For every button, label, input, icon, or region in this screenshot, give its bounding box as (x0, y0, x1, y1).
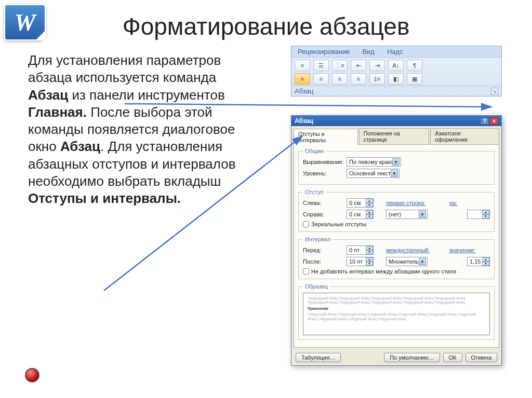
preview-box: Предыдущий абзац Предыдущий абзац Предыд… (303, 293, 490, 335)
paragraph-dialog: Абзац ? × Отступы и интервалы Положение … (291, 115, 502, 366)
alignment-label: Выравнивание: (303, 159, 343, 165)
preview-prev: Предыдущий абзац Предыдущий абзац Предыд… (308, 296, 485, 305)
outline-level-combo[interactable]: Основной текст▼ (347, 169, 400, 178)
chevron-down-icon[interactable]: ▼ (392, 158, 400, 166)
preview-next: Следующий абзац Следующий абзац Следующи… (308, 312, 485, 321)
by-label: на: (449, 200, 490, 206)
sample-group: Образец Предыдущий абзац Предыдущий абза… (298, 283, 495, 340)
at-label: значение: (449, 247, 490, 253)
justify-icon[interactable]: ≡ (351, 73, 366, 85)
tabs-button[interactable]: Табуляция… (296, 353, 341, 362)
body-text: Для установления параметров абзаца испол… (28, 52, 246, 207)
line-spacing-value: Множитель (389, 258, 419, 265)
spacing-group: Интервал Перед: 0 пт▲▼ междустрочный: зн… (298, 236, 495, 279)
line-spacing-at-spinner[interactable]: 1,15▲▼ (467, 257, 490, 266)
mirror-indents-label: Зеркальные отступы (311, 221, 366, 227)
increase-indent-icon[interactable]: ⇥ (369, 60, 385, 71)
dialog-launcher-icon[interactable]: ↘ (491, 88, 498, 95)
align-center-icon[interactable]: ≡ (313, 73, 329, 85)
spacing-before-value: 0 пт (349, 247, 360, 253)
first-line-combo[interactable]: (нет)▼ (386, 210, 428, 219)
spacing-before-label: Перед: (303, 247, 343, 253)
outline-level-value: Основной текст (349, 170, 391, 176)
indent-right-label: Справа: (303, 211, 343, 217)
line-spacing-icon[interactable]: ‡≡ (369, 73, 385, 85)
spacing-before-spinner[interactable]: 0 пт▲▼ (347, 245, 374, 255)
indent-right-spinner[interactable]: 0 см▲▼ (347, 210, 374, 219)
sort-icon[interactable]: A↓ (388, 60, 404, 71)
bullets-icon[interactable]: ≡ (295, 60, 310, 71)
numbering-icon[interactable]: ☰ (313, 60, 329, 71)
ribbon-tab-addins[interactable]: Надс (381, 46, 409, 57)
line-spacing-at-value: 1,15 (470, 258, 481, 265)
spacing-after-spinner[interactable]: 10 пт▲▼ (347, 257, 374, 266)
align-right-icon[interactable]: ≡ (332, 73, 348, 85)
mirror-indents-checkbox[interactable] (303, 221, 309, 227)
ribbon-tab-review[interactable]: Рецензирование (291, 46, 356, 57)
ribbon-group-label: Абзац (295, 87, 313, 95)
indent-left-value: 0 см (349, 200, 361, 206)
page-title: Форматирование абзацев (0, 12, 532, 40)
body-b4: Отступы и интервалы. (28, 190, 181, 206)
indent-left-label: Слева: (303, 200, 343, 206)
outline-level-label: Уровень: (303, 170, 343, 176)
first-line-value: (нет) (389, 211, 401, 217)
show-marks-icon[interactable]: ¶ (407, 60, 422, 71)
general-group: Общие Выравнивание: По левому краю▼ Уров… (298, 148, 495, 185)
body-p1: Для установления параметров абзаца испол… (28, 52, 221, 85)
line-spacing-combo[interactable]: Множитель▼ (386, 257, 428, 266)
indent-left-spinner[interactable]: 0 см▲▼ (347, 198, 374, 208)
first-line-by-spinner[interactable]: ▲▼ (467, 210, 490, 219)
line-spacing-label: междустрочный: (386, 247, 427, 253)
spacing-after-value: 10 пт (349, 258, 363, 265)
no-space-same-style-checkbox[interactable] (303, 268, 309, 275)
preview-current: Применение (308, 307, 485, 311)
first-line-label: первая строка: (386, 200, 427, 206)
chevron-down-icon[interactable]: ▼ (391, 170, 398, 177)
alignment-value: По левому краю (349, 159, 392, 165)
spacing-legend: Интервал (303, 236, 332, 242)
body-b2: Главная. (28, 104, 87, 120)
indent-legend: Отступ (303, 189, 326, 195)
nav-prev-button[interactable] (25, 368, 39, 382)
ok-button[interactable]: ОК (443, 353, 462, 362)
alignment-combo[interactable]: По левому краю▼ (347, 157, 401, 167)
ribbon-tab-view[interactable]: Вид (356, 46, 381, 57)
decrease-indent-icon[interactable]: ⇤ (351, 60, 366, 71)
sample-legend: Образец (303, 283, 330, 290)
close-icon[interactable]: × (490, 117, 498, 125)
multilevel-icon[interactable]: ⋮≡ (332, 60, 348, 71)
chevron-down-icon[interactable]: ▼ (419, 211, 426, 218)
general-legend: Общие (303, 148, 326, 154)
indent-group: Отступ Слева: 0 см▲▼ первая строка: на: … (298, 189, 495, 232)
body-p2: из панели инструментов (68, 87, 225, 103)
ribbon-paragraph-group: Рецензирование Вид Надс ≡ ☰ ⋮≡ ⇤ ⇥ A↓ ¶ … (291, 46, 502, 97)
body-b3: Абзац (60, 139, 100, 154)
indent-right-value: 0 см (349, 211, 361, 217)
chevron-down-icon[interactable]: ▼ (419, 258, 426, 265)
tab-indents-spacing[interactable]: Отступы и интервалы (294, 129, 358, 145)
tab-asian[interactable]: Азиатское оформление (430, 128, 499, 144)
body-b1: Абзац (28, 87, 68, 103)
cancel-button[interactable]: Отмена (466, 353, 497, 362)
no-space-same-style-label: Не добавлять интервал между абзацами одн… (311, 268, 456, 275)
shading-icon[interactable]: ◧ (388, 73, 404, 85)
tab-line-page-breaks[interactable]: Положение на странице (359, 128, 430, 144)
dialog-titlebar: Абзац ? × (291, 116, 501, 126)
borders-icon[interactable]: ▦ (407, 73, 422, 85)
align-left-icon[interactable]: ≡ (295, 73, 310, 85)
default-button[interactable]: По умолчанию… (384, 353, 440, 362)
spacing-after-label: После: (303, 258, 343, 265)
help-icon[interactable]: ? (481, 117, 489, 125)
dialog-title: Абзац (295, 117, 313, 125)
